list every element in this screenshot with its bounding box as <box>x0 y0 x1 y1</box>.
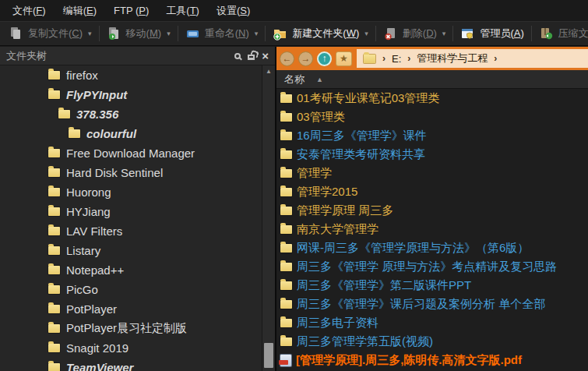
folder-icon <box>280 188 292 196</box>
file-row[interactable]: 网课-周三多《管理学原理与方法》（第6版） <box>276 238 588 257</box>
scrollbar-thumb[interactable] <box>264 343 273 368</box>
toolbar: 复制文件(C) ▾ 移动(M) ▾ 重命名(N) ▾ 新建文件夹(W) ▾ 删除… <box>0 22 588 46</box>
menu-file[interactable]: 文件(F) <box>4 4 55 18</box>
folder-icon <box>48 363 60 371</box>
forward-button[interactable]: → <box>298 51 313 66</box>
chevron-right-icon[interactable]: › <box>494 53 497 64</box>
tree-item-potplayer-custom[interactable]: PotPlayer晨习社定制版 <box>0 319 262 338</box>
folder-icon <box>48 344 60 352</box>
chevron-right-icon: › <box>407 53 410 64</box>
file-row[interactable]: 01考研专业课笔记03管理类 <box>276 89 588 108</box>
breadcrumb-folder[interactable]: 管理科学与工程 <box>417 51 488 65</box>
copy-icon <box>9 26 23 41</box>
menu-tools[interactable]: 工具(T) <box>157 4 208 18</box>
toolbar-separator <box>99 26 100 41</box>
admin-icon <box>460 26 475 41</box>
folder-icon <box>48 149 60 157</box>
tree-item-lav-filters[interactable]: LAV Filters <box>0 221 262 241</box>
up-button[interactable]: ↑ <box>317 51 332 66</box>
file-row[interactable]: 03管理类 <box>276 108 588 126</box>
new-folder-button[interactable]: 新建文件夹(W) <box>269 23 363 44</box>
scrollbar-up-arrow[interactable]: ▲ <box>262 68 275 75</box>
folder-icon <box>69 129 80 138</box>
delete-button[interactable]: 删除(D) <box>379 23 441 44</box>
breadcrumb[interactable]: › E: › 管理科学与工程 › <box>357 49 588 68</box>
tree-item-colourful[interactable]: colourful <box>0 124 262 143</box>
file-row[interactable]: 周三多《管理学 原理与方法》考点精讲及复习思路 <box>276 257 588 276</box>
copy-file-button[interactable]: 复制文件(C) <box>5 23 86 44</box>
folder-icon <box>48 285 60 294</box>
search-icon[interactable] <box>234 53 241 59</box>
navigation-bar: ← → ↑ ★ › E: › 管理科学与工程 › <box>276 47 588 70</box>
toolbar-separator <box>531 26 532 41</box>
folder-icon <box>48 324 60 333</box>
folder-icon <box>280 113 292 122</box>
file-row[interactable]: 管理学2015 <box>276 182 588 201</box>
pdf-icon <box>280 355 291 366</box>
breadcrumb-drive[interactable]: E: <box>392 53 401 65</box>
tree-item-potplayer[interactable]: PotPlayer <box>0 299 262 319</box>
tree-item-free-download-manager[interactable]: Free Download Manager <box>0 143 262 163</box>
delete-icon <box>383 26 398 41</box>
column-header-name[interactable]: 名称 ▲ <box>276 70 588 89</box>
file-row[interactable]: 周三多《管理学》第二版课件PPT <box>276 276 588 295</box>
menu-ftp[interactable]: FTP (P) <box>105 5 157 16</box>
folder-icon <box>58 110 70 118</box>
folder-icon <box>280 132 292 140</box>
folder-icon <box>48 246 60 255</box>
tree-item-378-356[interactable]: 378.356 <box>0 104 262 124</box>
folder-icon <box>280 244 292 253</box>
toolbar-separator <box>178 26 178 41</box>
tree-item-hard-disk-sentinel[interactable]: Hard Disk Sentinel <box>0 163 262 182</box>
tree-item-flypyinput[interactable]: FlyPYInput <box>0 85 262 104</box>
menu-settings[interactable]: 设置(S) <box>208 4 259 18</box>
file-row[interactable]: 周三多《管理学》课后习题及案例分析 单个全部 <box>276 295 588 313</box>
compress-icon <box>539 26 554 41</box>
file-row[interactable]: 周三多电子资料 <box>276 313 588 332</box>
file-row[interactable]: 周三多管理学第五版(视频) <box>276 332 588 351</box>
folder-icon <box>280 281 292 290</box>
file-row[interactable]: 16周三多《管理学》课件 <box>276 126 588 145</box>
folder-icon <box>280 225 292 234</box>
move-button[interactable]: 移动(M) <box>103 23 166 44</box>
folder-icon <box>48 168 60 177</box>
tree-item-notepad[interactable]: Notepad++ <box>0 260 262 280</box>
folder-tree-title: 文件夹树 <box>6 49 47 63</box>
tree-item-picgo[interactable]: PicGo <box>0 280 262 299</box>
folder-icon <box>280 169 292 178</box>
move-icon <box>107 26 121 41</box>
tree-item-hyjiang[interactable]: HYJiang <box>0 202 262 221</box>
tree-item-snagit-2019[interactable]: Snagit 2019 <box>0 338 262 358</box>
menu-edit[interactable]: 编辑(E) <box>55 4 105 18</box>
folder-icon <box>280 207 292 215</box>
tree-scrollbar[interactable]: ▲ <box>262 65 275 371</box>
back-button[interactable]: ← <box>280 51 294 66</box>
menu-bar: 文件(F) 编辑(E) FTP (P) 工具(T) 设置(S) <box>0 0 588 22</box>
rename-button[interactable]: 重命名(N) <box>181 23 253 44</box>
tree-item-listary[interactable]: Listary <box>0 241 262 260</box>
new-folder-dropdown-arrow[interactable]: ▾ <box>363 30 372 37</box>
tree-item-huorong[interactable]: Huorong <box>0 182 262 202</box>
breadcrumb-folder-icon <box>364 55 375 63</box>
folder-icon <box>48 305 60 313</box>
delete-dropdown-arrow[interactable]: ▾ <box>441 30 450 37</box>
file-row[interactable]: 管理学原理 周三多 <box>276 201 588 220</box>
favorites-button[interactable]: ★ <box>336 51 352 66</box>
file-row-pdf[interactable]: [管理学原理].周三多,陈明传.高清文字版.pdf <box>276 351 588 369</box>
unlock-icon[interactable] <box>248 51 255 60</box>
folder-tree: firefox FlyPYInput 378.356 colourful Fre… <box>0 65 262 371</box>
file-row[interactable]: 南京大学管理学 <box>276 220 588 238</box>
sort-ascending-icon: ▲ <box>316 76 323 83</box>
file-row[interactable]: 安泰管理类考研资料共享 <box>276 145 588 164</box>
tree-item-firefox[interactable]: firefox <box>0 65 262 85</box>
move-dropdown-arrow[interactable]: ▾ <box>165 30 174 37</box>
file-row[interactable]: 管理学 <box>276 164 588 182</box>
admin-button[interactable]: 管理员(A) <box>456 23 527 44</box>
close-icon[interactable]: × <box>262 50 269 62</box>
tree-item-teamviewer[interactable]: TeamViewer <box>0 358 262 371</box>
rename-dropdown-arrow[interactable]: ▾ <box>253 30 262 37</box>
compress-button[interactable]: 压缩文件(I) <box>535 23 588 44</box>
folder-icon <box>280 337 292 346</box>
file-list: 01考研专业课笔记03管理类 03管理类 16周三多《管理学》课件 安泰管理类考… <box>276 89 588 371</box>
copy-dropdown-arrow[interactable]: ▾ <box>86 30 96 37</box>
